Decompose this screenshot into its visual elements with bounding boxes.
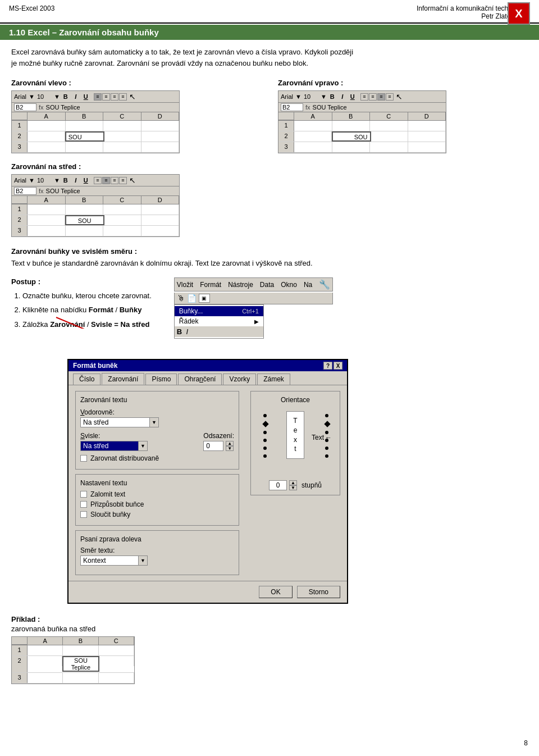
toolbar-icon-2: 📄	[187, 294, 197, 303]
center-alignment-section: Zarovnání na střed : Arial ▼ 10 ▼ B I U …	[11, 162, 528, 237]
svisle-dropdown[interactable]: Na střed ▼	[80, 441, 148, 451]
svisle-arrow[interactable]: ▼	[138, 441, 147, 450]
storno-button[interactable]: Storno	[297, 586, 340, 598]
degrees-spin-down[interactable]: ▼	[289, 485, 297, 490]
svisle-field: Svisle: Na střed ▼	[80, 432, 197, 451]
grid-example: A B C 1 2 SOU Teplice	[12, 637, 134, 684]
right-align-title: Zarovnání vpravo :	[278, 79, 528, 87]
arrow-icon: ▶	[254, 318, 259, 325]
dialog-title-buttons: ? X	[323, 362, 342, 370]
align-right-btn-center[interactable]: ≡	[111, 177, 118, 184]
dots-right	[325, 414, 330, 458]
menu-format[interactable]: Formát	[200, 281, 221, 289]
font-name-center: Arial	[14, 177, 26, 184]
italic-btn-left[interactable]: I	[71, 93, 80, 100]
italic-btn-center[interactable]: I	[71, 177, 80, 184]
align-justify-btn-center[interactable]: ≡	[119, 177, 127, 184]
align-justify-btn-right[interactable]: ≡	[386, 93, 394, 101]
orientation-group: Orientace	[250, 391, 340, 495]
left-align-title: Zarovnání vlevo :	[11, 79, 261, 87]
menu-nastroje[interactable]: Nástroje	[228, 281, 253, 289]
text-x: x	[294, 435, 297, 445]
table-row: 2 SOU Teplice	[12, 131, 179, 142]
vodorovne-dropdown[interactable]: Na střed ▼	[80, 417, 159, 427]
table-row: 1	[12, 204, 179, 215]
cursor-right: ↖	[396, 92, 403, 101]
col-headers-right: A B C D	[278, 112, 446, 121]
underline-btn-center[interactable]: U	[81, 177, 90, 184]
menu-item-radek[interactable]: Řádek ▶	[175, 316, 263, 326]
section-title: 1.10 Excel – Zarovnání obsahu buňky	[9, 28, 159, 37]
dialog-help-btn[interactable]: ?	[323, 362, 332, 370]
smer-textu-label: Směr textu:	[80, 546, 234, 554]
italic-btn-right[interactable]: I	[338, 93, 347, 100]
align-center-btn-right[interactable]: ≡	[369, 93, 377, 101]
smer-textu-dropdown[interactable]: Kontext ▼	[80, 555, 148, 566]
degrees-spin-up[interactable]: ▲	[289, 480, 297, 485]
align-left-btn-left[interactable]: ≡	[94, 93, 102, 101]
prizpusobit-bunce-checkbox[interactable]	[80, 501, 87, 508]
menu-mock-area: Vložit Formát Nástroje Data Okno Na 🔧 🖰 …	[174, 277, 333, 340]
format-dialog-container: Formát buněk ? X Číslo Zarovnání Písmo O…	[67, 345, 528, 604]
text-vertical-box: T e x t	[286, 411, 304, 459]
tab-vzorky[interactable]: Vzorky	[223, 374, 256, 385]
zarovnat-distribuovane-checkbox[interactable]	[80, 455, 87, 462]
align-center-btn-left[interactable]: ≡	[102, 93, 110, 101]
odsazeni-input-row: 0 ▲ ▼	[203, 441, 234, 451]
align-justify-btn-left[interactable]: ≡	[119, 93, 127, 101]
cursor-left: ↖	[129, 92, 136, 101]
underline-btn-right[interactable]: U	[348, 93, 357, 100]
right-alignment-col: Zarovnání vpravo : Arial ▼ 10 ▼ B I U ≡ …	[278, 73, 528, 153]
zalomit-text-checkbox[interactable]	[80, 491, 87, 498]
example-col: Příklad : zarovnaná buňka na střed A B C…	[11, 615, 135, 684]
menu-item-bunky[interactable]: Buňky... Ctrl+1	[175, 306, 263, 316]
vodorovne-value: Na střed	[81, 418, 149, 427]
align-center-btn-center[interactable]: ≡	[102, 177, 110, 184]
tab-cislo[interactable]: Číslo	[73, 374, 101, 385]
smer-textu-value: Kontext	[81, 556, 138, 565]
tab-zamek[interactable]: Zámek	[257, 374, 290, 385]
degrees-input[interactable]: 0	[269, 480, 287, 490]
smer-textu-arrow[interactable]: ▼	[138, 556, 147, 565]
vodorovne-label: Vodorovně:	[80, 408, 234, 416]
dialog-title: Formát buněk	[73, 362, 117, 370]
underline-btn-left[interactable]: U	[81, 93, 90, 100]
grid-left: A B C D 1 2 SOU Tep	[12, 112, 179, 153]
menu-vlozit[interactable]: Vložit	[177, 281, 193, 289]
tab-ohraniceni[interactable]: Ohrančení	[178, 374, 222, 385]
dot	[263, 439, 267, 442]
vodorovne-arrow[interactable]: ▼	[149, 418, 158, 427]
dialog-close-btn[interactable]: X	[334, 362, 342, 370]
bold-btn-right[interactable]: B	[328, 93, 337, 100]
table-row: 3	[12, 226, 179, 236]
format-dialog: Formát buněk ? X Číslo Zarovnání Písmo O…	[67, 359, 348, 604]
example-title: Příklad :	[11, 615, 135, 623]
align-left-btn-center[interactable]: ≡	[94, 177, 102, 184]
col-headers-example: A B C	[12, 637, 134, 645]
dialog-tabs: Číslo Zarovnání Písmo Ohrančení Vzorky Z…	[68, 371, 347, 385]
sloucit-bunky-checkbox[interactable]	[80, 511, 87, 518]
zarovnani-textu-group: Zarovnání textu Vodorovně: Na střed ▼	[75, 391, 239, 470]
degrees-spin: ▲ ▼	[289, 480, 297, 490]
italic-indicator: I	[186, 327, 189, 336]
table-row: 1	[278, 121, 446, 131]
formula-value-center: SOU Teplice	[46, 188, 80, 194]
align-left-btn-right[interactable]: ≡	[360, 93, 368, 101]
spin-up[interactable]: ▲	[226, 441, 234, 446]
tab-pismo[interactable]: Písmo	[145, 374, 177, 385]
menu-na[interactable]: Na	[304, 281, 312, 289]
align-right-btn-right[interactable]: ≡	[377, 93, 385, 101]
spin-down[interactable]: ▼	[226, 446, 234, 451]
menu-data[interactable]: Data	[260, 281, 274, 289]
menu-okno[interactable]: Okno	[281, 281, 297, 289]
ok-button[interactable]: OK	[259, 586, 292, 598]
menu-more: 🔧	[319, 279, 330, 290]
bold-btn-left[interactable]: B	[61, 93, 70, 100]
odsazeni-input[interactable]: 0	[203, 441, 223, 451]
bold-btn-center[interactable]: B	[61, 177, 70, 184]
table-row: 2 SOU Teplice	[12, 215, 179, 226]
toolbar-icon-1: 🖰	[177, 294, 185, 303]
dialog-footer: OK Storno	[68, 581, 347, 603]
align-right-btn-left[interactable]: ≡	[111, 93, 118, 101]
tab-zarovnani[interactable]: Zarovnání	[102, 373, 144, 385]
